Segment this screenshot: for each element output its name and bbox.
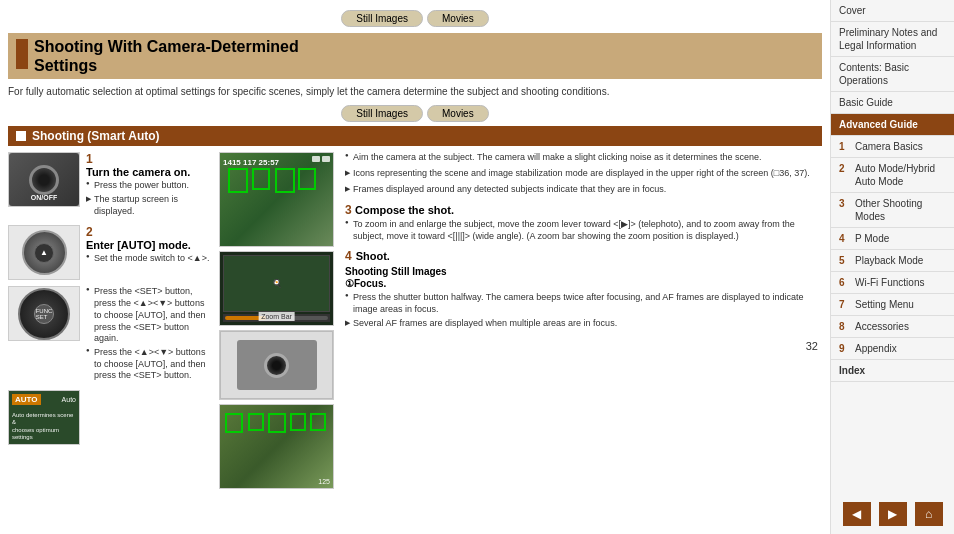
step-4-arrow-1: Several AF frames are displayed when mul… xyxy=(345,318,818,330)
right-bullet-1: Aim the camera at the subject. The camer… xyxy=(345,152,818,164)
lcd-subject: 🍳 xyxy=(272,279,282,288)
title-line1: Shooting With Camera-Determined xyxy=(34,37,299,56)
section-tab-movies[interactable]: Movies xyxy=(427,105,489,122)
sidebar-item-playback[interactable]: 5 Playback Mode xyxy=(831,250,954,272)
face-box-4 xyxy=(298,168,316,190)
step-4: 4 Shoot. Shooting Still Images ①Focus. P… xyxy=(345,249,818,330)
sidebar-num-3: 3 xyxy=(839,197,851,210)
step-2-content: 2 Enter [AUTO] mode. Set the mode switch… xyxy=(86,225,213,267)
func-btn-group: FUNCSET xyxy=(18,288,70,340)
page-number: 32 xyxy=(345,332,818,352)
right-text: Aim the camera at the subject. The camer… xyxy=(345,152,822,526)
step-1-image: ON/OFF xyxy=(8,152,80,207)
tab-movies[interactable]: Movies xyxy=(427,10,489,27)
nav-home-button[interactable]: ⌂ xyxy=(915,502,943,526)
section-tabs: Still Images Movies xyxy=(8,105,822,122)
sidebar-item-appendix[interactable]: 9 Appendix xyxy=(831,338,954,360)
step-2b-block: FUNCSET Press the <SET> button, press th… xyxy=(8,286,213,384)
sidebar-num-6: 6 xyxy=(839,276,851,289)
step-1-block: ON/OFF 1 Turn the camera on. Press the p… xyxy=(8,152,213,219)
title-section: Shooting With Camera-Determined Settings xyxy=(8,33,822,79)
sidebar-num-1: 1 xyxy=(839,140,851,153)
section-icon xyxy=(16,131,26,141)
sidebar-item-accessories[interactable]: 8 Accessories xyxy=(831,316,954,338)
sidebar-num-7: 7 xyxy=(839,298,851,311)
step-2-block: ▲ 2 Enter [AUTO] mode. Set the mode swit… xyxy=(8,225,213,280)
step-4-bullet-1: Press the shutter button halfway. The ca… xyxy=(345,292,818,315)
sidebar-item-setting-menu[interactable]: 7 Setting Menu xyxy=(831,294,954,316)
fd-box-2 xyxy=(248,413,264,431)
time-display: 1415 117 25:57 xyxy=(223,158,279,167)
cam-lens-small xyxy=(264,353,289,378)
title-text: Shooting With Camera-Determined Settings xyxy=(34,37,299,75)
subtitle: For fully automatic selection at optimal… xyxy=(8,85,822,99)
step-3-number: 3 xyxy=(345,203,355,217)
photo-info: 125 xyxy=(318,478,330,485)
step-2b-bullet-1: Press the <SET> button, press the <▲><▼>… xyxy=(86,286,213,344)
sidebar-item-index[interactable]: Index xyxy=(831,360,954,382)
sidebar-item-other-shooting[interactable]: 3 Other Shooting Modes xyxy=(831,193,954,228)
step-2-image: ▲ xyxy=(8,225,80,280)
main-content: Still Images Movies Shooting With Camera… xyxy=(0,0,830,534)
sidebar-item-contents[interactable]: Contents: Basic Operations xyxy=(831,57,954,92)
sidebar-item-cover[interactable]: Cover xyxy=(831,0,954,22)
step-1-number: 1 xyxy=(86,152,93,166)
photo-kids-bottom: 125 xyxy=(219,404,334,489)
photo-bg-top: 1415 117 25:57 xyxy=(220,153,333,246)
sidebar-item-advanced-guide[interactable]: Advanced Guide xyxy=(831,114,954,136)
camera-small xyxy=(219,330,334,400)
auto-mode-block: AUTO Auto Auto determines scene &chooses… xyxy=(8,390,213,445)
photo-kids-top: 1415 117 25:57 xyxy=(219,152,334,247)
step-2-bullet-1: Set the mode switch to <▲>. xyxy=(86,253,213,265)
step-1-bullet-1: Press the power button. xyxy=(86,180,213,192)
auto-screen-top: AUTO Auto xyxy=(12,394,76,405)
sidebar-item-basic-guide[interactable]: Basic Guide xyxy=(831,92,954,114)
section-tab-still[interactable]: Still Images xyxy=(341,105,423,122)
photo-bg-bottom: 125 xyxy=(220,405,333,488)
sidebar-num-8: 8 xyxy=(839,320,851,333)
middle-images: 1415 117 25:57 🍳 xyxy=(219,152,339,526)
step-3-text: To zoom in and enlarge the subject, move… xyxy=(345,219,818,242)
section-title: Shooting (Smart Auto) xyxy=(32,129,160,143)
sidebar-item-wifi[interactable]: 6 Wi-Fi Functions xyxy=(831,272,954,294)
face-box-3 xyxy=(275,168,295,193)
step-4-header: 4 Shoot. xyxy=(345,249,818,264)
camera-body-img: ON/OFF xyxy=(9,153,79,206)
step-4-subtitle: Shooting Still Images xyxy=(345,266,818,277)
sidebar-num-9: 9 xyxy=(839,342,851,355)
camera-small-img xyxy=(220,331,333,399)
lcd-image-area: 🍳 xyxy=(223,255,330,312)
func-ring: FUNCSET xyxy=(18,288,70,340)
step-3-title: Compose the shot. xyxy=(355,204,454,216)
title-icon xyxy=(16,39,28,69)
step-2-title: Enter [AUTO] mode. xyxy=(86,239,213,251)
sidebar-item-preliminary[interactable]: Preliminary Notes and Legal Information xyxy=(831,22,954,57)
auto-label: AUTO xyxy=(12,394,41,405)
cam-body-small xyxy=(237,340,317,390)
sidebar-num-4: 4 xyxy=(839,232,851,245)
onoff-label: ON/OFF xyxy=(31,194,57,201)
tab-still-images[interactable]: Still Images xyxy=(341,10,423,27)
step-2-number: 2 xyxy=(86,225,93,239)
func-center: FUNCSET xyxy=(34,304,54,324)
step-4-subtitle2: ①Focus. xyxy=(345,278,818,289)
auto-screen-body: Auto determines scene &chooses optimum s… xyxy=(12,406,76,441)
camera-icons-top xyxy=(312,156,330,162)
fd-box-3 xyxy=(268,413,286,433)
sidebar-item-camera-basics[interactable]: 1 Camera Basics xyxy=(831,136,954,158)
step-1-title: Turn the camera on. xyxy=(86,166,213,178)
step-2b-bullet-2: Press the <▲><▼> buttons to choose [AUTO… xyxy=(86,347,213,382)
sidebar-item-p-mode[interactable]: 4 P Mode xyxy=(831,228,954,250)
step-2b-content: Press the <SET> button, press the <▲><▼>… xyxy=(86,286,213,384)
right-arrow-1: Icons representing the scene and image s… xyxy=(345,168,818,180)
mode-dial-inner: ▲ xyxy=(34,243,54,263)
nav-prev-button[interactable]: ◀ xyxy=(843,502,871,526)
mode-dial: ▲ xyxy=(22,230,67,275)
fd-box-5 xyxy=(310,413,326,431)
fd-box-4 xyxy=(290,413,306,431)
nav-next-button[interactable]: ▶ xyxy=(879,502,907,526)
auto-text: Auto xyxy=(62,396,76,403)
steps-column: ON/OFF 1 Turn the camera on. Press the p… xyxy=(8,152,213,526)
auto-mode-image: AUTO Auto Auto determines scene &chooses… xyxy=(8,390,80,445)
sidebar-item-auto-mode[interactable]: 2 Auto Mode/Hybrid Auto Mode xyxy=(831,158,954,193)
